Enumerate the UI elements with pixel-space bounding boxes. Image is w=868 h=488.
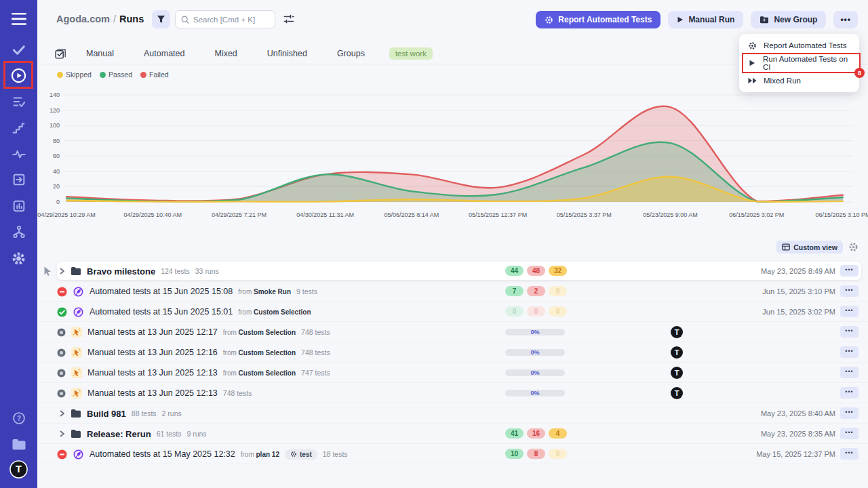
tag-test-work[interactable]: test work [389, 47, 433, 60]
double-play-icon [748, 77, 757, 84]
legend-item-failed: Failed [140, 70, 169, 79]
status-pending-icon [57, 369, 66, 378]
run-row[interactable]: Manual tests at 13 Jun 2025 12:13748 tes… [37, 383, 868, 403]
menu-item-report-automated-tests[interactable]: Report Automated Tests [739, 37, 859, 54]
filter-button[interactable] [152, 10, 170, 28]
gear-spark-icon [748, 41, 757, 50]
badge-skipped: 0 [549, 449, 567, 459]
run-row[interactable]: Automated tests at 15 May 2025 12:32from… [37, 444, 868, 464]
run-row[interactable]: Manual tests at 13 Jun 2025 12:13from Cu… [37, 363, 868, 383]
runs-play-icon[interactable] [0, 66, 37, 84]
tests-count: 748 tests [301, 348, 330, 357]
group-meta: 9 runs [186, 430, 206, 438]
runs-filter-icon[interactable] [54, 48, 66, 60]
svg-text:100: 100 [50, 122, 60, 129]
group-row[interactable]: Bravo milestone124 tests33 runs444832May… [37, 261, 868, 281]
automated-run-icon [73, 449, 84, 460]
folder-icon [71, 429, 81, 439]
group-row[interactable]: Build 98188 tests2 runsMay 23, 2025 8:40… [37, 403, 868, 424]
svg-text:40: 40 [53, 168, 60, 175]
more-actions-button[interactable]: ••• [833, 11, 858, 28]
tabs: ManualAutomatedMixedUnfinishedGroups [71, 49, 380, 58]
tests-check-icon[interactable] [0, 41, 37, 58]
sliders-icon[interactable] [283, 14, 294, 27]
tab-mixed[interactable]: Mixed [199, 49, 252, 58]
breadcrumb-page: Runs [119, 14, 144, 24]
tab-manual[interactable]: Manual [71, 49, 129, 58]
badge-failed: 48 [527, 266, 545, 276]
projects-folder-icon[interactable] [0, 435, 37, 453]
search-input[interactable] [193, 16, 269, 24]
run-row[interactable]: Automated tests at 15 Jun 2025 15:01from… [37, 302, 868, 322]
settings-gear-icon[interactable] [0, 249, 37, 267]
svg-text:05/15/2025 12:37 PM: 05/15/2025 12:37 PM [469, 211, 527, 218]
row-more-button[interactable]: ••• [840, 407, 859, 419]
assignee-avatar: T [671, 326, 683, 338]
analytics-pulse-icon[interactable] [0, 145, 37, 163]
row-more-button[interactable]: ••• [840, 306, 859, 317]
badge-failed: 2 [527, 286, 545, 296]
badge-passed: 41 [505, 428, 524, 439]
run-row[interactable]: Manual tests at 13 Jun 2025 12:17from Cu… [37, 322, 868, 342]
menu-item-run-automated-tests-on-ci[interactable]: Run Automated Tests on CI 8 [739, 54, 859, 72]
new-group-button[interactable]: New Group [751, 11, 826, 28]
legend-dot [100, 72, 106, 78]
row-more-button[interactable]: ••• [840, 428, 859, 439]
run-row[interactable]: Manual tests at 13 Jun 2025 12:16from Cu… [37, 342, 868, 363]
legend-dot [57, 72, 63, 78]
svg-text:80: 80 [53, 138, 60, 144]
group-row[interactable]: Release: Rerun61 tests9 runs41164May 23,… [37, 424, 868, 444]
chevron-right-icon[interactable] [59, 410, 65, 417]
breadcrumb-project[interactable]: Agoda.com [56, 14, 110, 24]
svg-text:04/29/2025 7:21 PM: 04/29/2025 7:21 PM [212, 211, 267, 218]
badge-passed: 7 [505, 286, 524, 296]
manual-run-button[interactable]: Manual Run [668, 11, 743, 28]
row-more-button[interactable]: ••• [840, 285, 859, 297]
svg-text:60: 60 [53, 152, 60, 159]
menu-icon[interactable] [0, 10, 37, 28]
group-meta: 124 tests [161, 267, 190, 275]
group-name: Release: Rerun [87, 429, 151, 439]
search-box[interactable] [175, 10, 275, 28]
svg-text:05/15/2025 3:37 PM: 05/15/2025 3:37 PM [557, 211, 612, 218]
tab-groups[interactable]: Groups [322, 49, 380, 58]
status-pending-icon [57, 348, 66, 357]
progress-bar: 0% [505, 369, 565, 376]
result-badges: 41164 [505, 428, 567, 439]
logo-t[interactable]: T [0, 460, 37, 478]
row-more-button[interactable]: ••• [840, 367, 859, 378]
reports-chart-icon[interactable] [0, 197, 37, 215]
chevron-right-icon[interactable] [59, 268, 65, 274]
manual-run-icon [71, 388, 82, 399]
row-more-button[interactable]: ••• [840, 346, 859, 358]
branches-icon[interactable] [0, 223, 37, 241]
legend-dot [140, 72, 146, 78]
import-icon[interactable] [0, 171, 37, 188]
run-title: Automated tests at 15 Jun 2025 15:01 [90, 307, 233, 317]
tab-unfinished[interactable]: Unfinished [252, 49, 322, 58]
assignee-avatar: T [671, 346, 683, 359]
run-date: Jun 15, 2025 3:10 PM [762, 287, 835, 296]
view-settings-gear-icon[interactable] [848, 242, 859, 252]
plans-list-icon[interactable] [0, 93, 37, 110]
legend-item-skipped: Skipped [57, 70, 92, 79]
row-more-button[interactable]: ••• [840, 387, 859, 399]
menu-item-mixed-run[interactable]: Mixed Run [739, 72, 859, 89]
svg-text:06/15/2025 3:02 PM: 06/15/2025 3:02 PM [729, 211, 784, 218]
group-name: Bravo milestone [87, 266, 155, 277]
row-more-button[interactable]: ••• [840, 326, 859, 338]
folder-icon [71, 409, 81, 418]
help-icon[interactable]: ? [0, 409, 37, 427]
row-more-button[interactable]: ••• [840, 265, 859, 277]
run-row[interactable]: Automated tests at 15 Jun 2025 15:08from… [37, 281, 868, 302]
tab-automated[interactable]: Automated [129, 49, 199, 58]
custom-view-button[interactable]: Custom view [776, 241, 843, 253]
milestones-steps-icon[interactable] [0, 119, 37, 137]
runs-page: ? T Agoda.com/Runs Report Automated Test… [0, 0, 868, 488]
status-failed-icon [57, 287, 67, 297]
report-automated-tests-button[interactable]: Report Automated Tests [536, 11, 660, 28]
run-title: Manual tests at 13 Jun 2025 12:13 [87, 388, 218, 398]
row-more-button[interactable]: ••• [840, 448, 859, 460]
legend-item-passed: Passed [100, 70, 132, 79]
chevron-right-icon[interactable] [59, 430, 65, 437]
